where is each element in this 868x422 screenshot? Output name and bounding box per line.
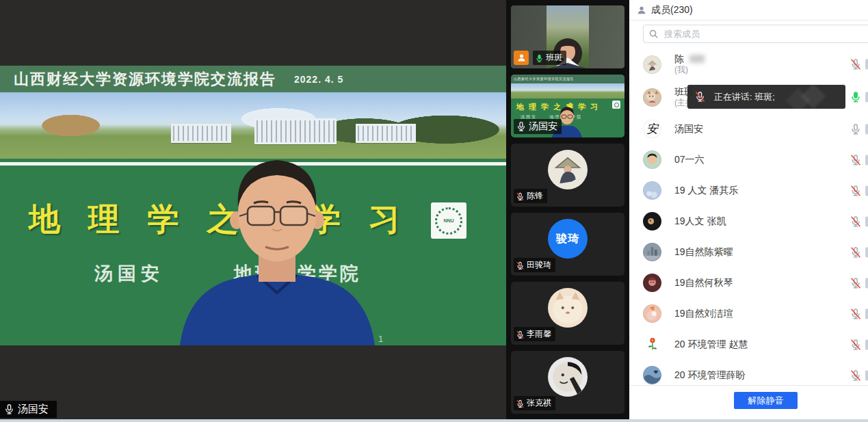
microphone-muted-icon[interactable] <box>850 215 862 228</box>
flower-avatar <box>646 337 659 352</box>
microphone-muted-icon[interactable] <box>850 58 862 70</box>
member-row[interactable]: 19自然何秋琴 <box>629 267 868 298</box>
avatar <box>548 288 588 328</box>
microphone-muted-icon[interactable] <box>850 154 862 166</box>
member-row[interactable]: 安 汤国安 <box>629 114 868 144</box>
microphone-icon <box>3 404 15 415</box>
tile-name-label: 张克祺 <box>514 396 555 410</box>
mini-slide-header: 山西财经大学资源环境学院交流报告 <box>511 75 624 83</box>
camera-icon-cutoff <box>865 278 868 288</box>
camera-icon-cutoff <box>865 92 868 103</box>
member-name: 汤国安 <box>674 123 703 134</box>
speaker-name-tag: 汤国安 <box>0 401 57 418</box>
members-footer: 解除静音 <box>629 385 868 422</box>
microphone-muted-icon[interactable] <box>850 369 862 382</box>
microphone-muted-icon[interactable] <box>850 277 862 289</box>
bottom-edge-strip <box>0 419 868 422</box>
member-name: 20 环境管理 赵慧 <box>674 339 748 350</box>
member-search <box>643 25 868 43</box>
camera-icon-cutoff <box>865 308 868 319</box>
avatar <box>643 181 661 200</box>
microphone-muted-icon <box>516 192 525 200</box>
member-name: 19 人文 潘其乐 <box>674 185 738 196</box>
person-badge-icon <box>514 51 529 65</box>
member-name: 20 环境管理薛盼 <box>674 369 745 380</box>
avatar: 骏琦 <box>548 219 588 259</box>
tile-name-label: 陈锋 <box>514 189 547 203</box>
camera-icon-cutoff <box>865 124 868 134</box>
camera-icon-cutoff <box>865 60 868 70</box>
video-tile-chenfeng[interactable]: 陈锋 <box>511 144 624 207</box>
speaker-name: 汤国安 <box>18 403 49 416</box>
avatar <box>643 274 661 292</box>
microphone-muted-icon[interactable] <box>850 308 862 320</box>
member-name: 19人文 张凯 <box>674 215 726 226</box>
redacted-blur <box>689 55 705 63</box>
avatar <box>643 243 661 261</box>
member-row[interactable]: 19人文 张凯 <box>629 206 868 237</box>
microphone-icon <box>516 121 527 132</box>
campus-photo <box>0 92 506 159</box>
video-tile-banban[interactable]: 班斑 <box>511 5 624 68</box>
member-row[interactable]: 07一六 <box>629 144 868 175</box>
video-tile-liyuxin[interactable]: 李雨馨 <box>511 282 624 345</box>
mini-nnu-logo <box>612 101 620 109</box>
members-panel: 成员(230) 陈 (我) <box>629 0 868 422</box>
avatar: 安 <box>643 120 661 138</box>
avatar <box>643 212 661 230</box>
members-icon <box>636 5 647 16</box>
tile-name-label: 汤国安 <box>514 119 562 134</box>
microphone-muted-icon[interactable] <box>850 339 862 351</box>
members-count-title: 成员(230) <box>651 4 693 16</box>
tile-name-label: 班斑 <box>533 51 566 65</box>
avatar <box>643 304 661 323</box>
microphone-muted-icon <box>516 261 525 269</box>
video-tile-zhangkeqi[interactable]: 张克祺 <box>511 351 624 414</box>
avatar <box>548 357 588 397</box>
video-tile-tangguoan[interactable]: 山西财经大学资源环境学院交流报告 地 理 学 之 睿 学 习 汤国安 地理科学学… <box>511 75 624 137</box>
meeting-app: 山西财经大学资源环境学院交流报告 2022. 4. 5 地 理 学 之 睿 学 … <box>0 0 868 422</box>
participant-strip: 班斑 山西财经大学资源环境学院交流报告 地 理 学 之 睿 学 习 汤国安 地理… <box>506 0 629 422</box>
speaking-tooltip: 正在讲话: 班斑; <box>687 85 845 109</box>
tile-name-label: 田骏琦 <box>514 258 555 272</box>
avatar <box>643 335 661 354</box>
video-tile-tianjunqi[interactable]: 骏琦 田骏琦 <box>511 213 624 276</box>
avatar <box>643 88 661 107</box>
campus-building <box>356 124 416 143</box>
search-input[interactable] <box>643 25 868 43</box>
microphone-muted-icon[interactable] <box>850 246 862 259</box>
member-row[interactable]: 20 环境管理薛盼 <box>629 360 868 385</box>
camera-icon-cutoff <box>865 185 868 196</box>
microphone-muted-icon[interactable] <box>850 185 862 197</box>
microphone-icon[interactable] <box>850 123 862 135</box>
member-name: 19自然何秋琴 <box>674 277 733 288</box>
camera-icon-cutoff <box>865 216 868 226</box>
camera-icon-cutoff <box>865 370 868 380</box>
avatar <box>643 366 661 384</box>
campus-building <box>171 124 231 143</box>
slide-presenter-name: 汤国安 <box>94 261 164 286</box>
microphone-muted-icon <box>516 399 525 408</box>
member-row[interactable]: 20 环境管理 赵慧 <box>629 329 868 360</box>
mini-campus-photo <box>511 83 624 98</box>
microphone-muted-icon <box>694 91 706 103</box>
nnu-logo: NNU <box>431 202 466 239</box>
camera-icon-cutoff <box>865 155 868 165</box>
campus-building <box>254 118 337 144</box>
members-header: 成员(230) <box>629 0 868 21</box>
search-icon <box>648 29 659 39</box>
stage-letterbox <box>0 345 506 422</box>
member-row[interactable]: 19 人文 潘其乐 <box>629 175 868 206</box>
microphone-speaking-icon[interactable] <box>850 91 862 103</box>
member-row[interactable]: 陈 (我) <box>629 48 868 81</box>
member-row[interactable]: 19自然刘洁瑄 <box>629 298 868 329</box>
tile-name-label: 李雨馨 <box>514 327 555 341</box>
speaking-tooltip-text: 正在讲话: 班斑; <box>714 91 775 103</box>
avatar <box>548 150 588 189</box>
member-name: 07一六 <box>674 154 705 165</box>
unmute-button[interactable]: 解除静音 <box>734 392 798 409</box>
main-video-stage[interactable]: 山西财经大学资源环境学院交流报告 2022. 4. 5 地 理 学 之 睿 学 … <box>0 0 506 422</box>
microphone-muted-icon <box>516 330 525 339</box>
member-name: 19自然陈紫曜 <box>674 246 733 257</box>
member-row[interactable]: 19自然陈紫曜 <box>629 237 868 267</box>
